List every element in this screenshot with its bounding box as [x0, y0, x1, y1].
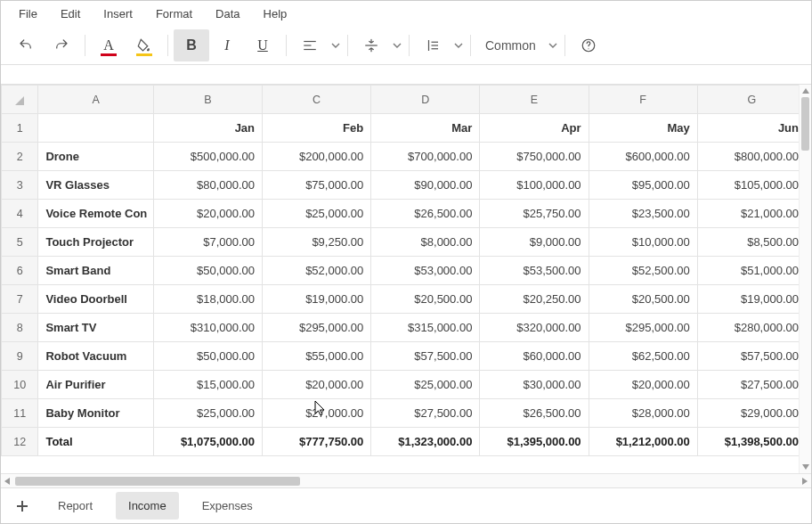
cell[interactable]: $315,000.00 — [371, 314, 480, 342]
row-header[interactable]: 9 — [2, 342, 38, 371]
cell[interactable]: Video Doorbell — [38, 285, 153, 314]
col-header[interactable]: B — [153, 86, 262, 114]
cell[interactable]: Robot Vacuum — [38, 342, 153, 371]
cell[interactable]: Mar — [371, 114, 480, 143]
scroll-right-arrow[interactable] — [799, 475, 811, 487]
menu-file[interactable]: File — [8, 4, 48, 24]
cell[interactable]: $1,212,000.00 — [589, 428, 697, 456]
cell[interactable]: Smart Band — [38, 257, 153, 285]
row-height-dropdown[interactable] — [415, 29, 465, 61]
row-height-button[interactable] — [415, 29, 451, 61]
font-name-label[interactable]: Common — [476, 29, 545, 61]
col-header[interactable]: F — [589, 86, 697, 114]
cell[interactable]: $20,000.00 — [263, 371, 371, 399]
cell[interactable]: $100,000.00 — [480, 171, 589, 200]
select-all-corner[interactable] — [2, 86, 38, 114]
row-header[interactable]: 10 — [2, 371, 38, 399]
cell[interactable]: Jun — [697, 114, 806, 143]
row-header[interactable]: 5 — [2, 228, 38, 257]
row-header[interactable]: 7 — [2, 285, 38, 314]
underline-button[interactable]: U — [245, 29, 280, 61]
italic-button[interactable]: I — [209, 29, 245, 61]
tab-expenses[interactable]: Expenses — [190, 492, 265, 520]
cell[interactable]: $15,000.00 — [153, 371, 262, 399]
font-color-button[interactable]: A — [91, 29, 126, 61]
cell[interactable]: $52,000.00 — [263, 257, 371, 285]
cell[interactable]: $50,000.00 — [153, 257, 262, 285]
cell[interactable]: $25,000.00 — [263, 200, 371, 228]
cell[interactable]: $27,500.00 — [371, 399, 480, 428]
cell[interactable]: $55,000.00 — [263, 342, 371, 371]
menu-data[interactable]: Data — [205, 4, 250, 24]
cell[interactable]: VR Glasses — [38, 171, 153, 200]
cell[interactable]: $57,500.00 — [371, 342, 480, 371]
redo-button[interactable] — [44, 29, 79, 61]
cell[interactable]: $52,500.00 — [589, 257, 697, 285]
bold-button[interactable]: B — [174, 29, 209, 61]
cell[interactable]: $280,000.00 — [697, 314, 806, 342]
cell[interactable]: $30,000.00 — [480, 371, 589, 399]
scroll-thumb[interactable] — [15, 477, 300, 486]
add-sheet-button[interactable] — [10, 494, 35, 519]
cell[interactable] — [38, 114, 153, 143]
cell[interactable]: $60,000.00 — [480, 342, 589, 371]
row-header[interactable]: 6 — [2, 257, 38, 285]
cell[interactable]: Apr — [480, 114, 589, 143]
row-header[interactable]: 4 — [2, 200, 38, 228]
cell[interactable]: $10,000.00 — [589, 228, 697, 257]
cell[interactable]: Feb — [263, 114, 371, 143]
cell[interactable]: $20,000.00 — [589, 371, 697, 399]
cell[interactable]: $20,500.00 — [371, 285, 480, 314]
scroll-left-arrow[interactable] — [1, 475, 13, 487]
cell[interactable]: $20,250.00 — [480, 285, 589, 314]
cell[interactable]: $600,000.00 — [589, 143, 697, 171]
cell[interactable]: $57,500.00 — [697, 342, 806, 371]
cell[interactable]: $51,000.00 — [697, 257, 806, 285]
cell[interactable]: $20,500.00 — [589, 285, 697, 314]
row-header[interactable]: 1 — [2, 114, 38, 143]
horizontal-scrollbar[interactable] — [1, 473, 811, 487]
cell[interactable]: $200,000.00 — [263, 143, 371, 171]
cell[interactable]: $27,000.00 — [263, 399, 371, 428]
cell[interactable]: $19,000.00 — [697, 285, 806, 314]
scroll-up-arrow[interactable] — [800, 85, 811, 97]
cell[interactable]: $20,000.00 — [153, 200, 262, 228]
cell[interactable]: $1,398,500.00 — [697, 428, 806, 456]
cell[interactable]: $7,000.00 — [153, 228, 262, 257]
cell[interactable]: $25,000.00 — [371, 371, 480, 399]
col-header[interactable]: A — [38, 86, 153, 114]
cell[interactable]: $800,000.00 — [697, 143, 806, 171]
menu-help[interactable]: Help — [253, 4, 298, 24]
cell[interactable]: Smart TV — [38, 314, 153, 342]
cell[interactable]: $8,000.00 — [371, 228, 480, 257]
horizontal-align-dropdown[interactable] — [292, 29, 342, 61]
cell[interactable]: Air Purifier — [38, 371, 153, 399]
cell[interactable]: $26,500.00 — [371, 200, 480, 228]
cell[interactable]: Touch Projector — [38, 228, 153, 257]
align-left-button[interactable] — [292, 29, 328, 61]
spreadsheet-grid[interactable]: A B C D E F G 1JanFebMarAprMayJun2Drone$… — [1, 85, 811, 473]
vertical-scrollbar[interactable] — [799, 85, 811, 473]
cell[interactable]: $95,000.00 — [589, 171, 697, 200]
cell[interactable]: $777,750.00 — [263, 428, 371, 456]
cell[interactable]: $29,000.00 — [697, 399, 806, 428]
cell[interactable]: $9,250.00 — [263, 228, 371, 257]
cell[interactable]: $62,500.00 — [589, 342, 697, 371]
help-button[interactable] — [571, 29, 606, 61]
cell[interactable]: $53,000.00 — [371, 257, 480, 285]
row-header[interactable]: 8 — [2, 314, 38, 342]
cell[interactable]: $105,000.00 — [697, 171, 806, 200]
cell[interactable]: $700,000.00 — [371, 143, 480, 171]
cell[interactable]: $1,395,000.00 — [480, 428, 589, 456]
col-header[interactable]: D — [371, 86, 480, 114]
cell[interactable]: $295,000.00 — [263, 314, 371, 342]
valign-middle-button[interactable] — [353, 29, 389, 61]
cell[interactable]: $320,000.00 — [480, 314, 589, 342]
cell[interactable]: $9,000.00 — [480, 228, 589, 257]
scroll-thumb[interactable] — [801, 97, 809, 151]
formula-bar[interactable] — [1, 65, 811, 85]
vertical-align-dropdown[interactable] — [353, 29, 403, 61]
cell[interactable]: May — [589, 114, 697, 143]
scroll-down-arrow[interactable] — [800, 461, 811, 473]
cell[interactable]: Voice Remote Con — [38, 200, 153, 228]
